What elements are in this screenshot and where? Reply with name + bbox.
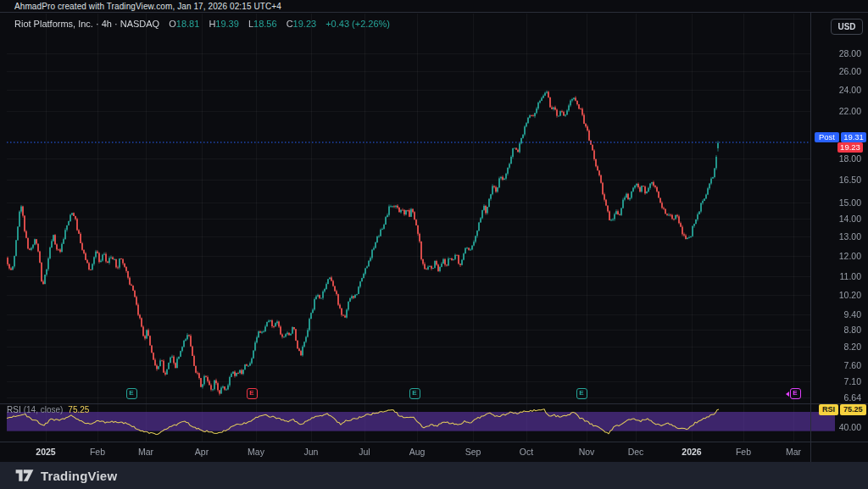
price-axis-label: 10.20 xyxy=(839,290,861,300)
price-axis-label: 7.10 xyxy=(844,376,861,386)
ohlc-close-label: C xyxy=(287,19,293,29)
ohlc-open-label: O xyxy=(169,19,176,29)
change-value: +0.43 (+2.26%) xyxy=(326,19,390,29)
rsi-axis-badge: RSI75.25 xyxy=(819,404,866,415)
price-axis-label: 16.50 xyxy=(839,175,861,185)
symbol-title[interactable]: Riot Platforms, Inc. · 4h · NASDAQ xyxy=(14,19,159,29)
price-axis-label: 24.00 xyxy=(839,85,861,95)
time-axis-label: Feb xyxy=(736,447,751,457)
rsi-params: (14, close) xyxy=(24,405,64,414)
rsi-axis-badge-value: 75.25 xyxy=(840,404,866,415)
ohlc-close-value: 19.23 xyxy=(293,19,317,29)
tradingview-logo-icon[interactable] xyxy=(15,468,34,483)
time-axis-label: Mar xyxy=(138,447,153,457)
post-market-value: 19.31 xyxy=(841,132,866,142)
price-axis-label: 13.00 xyxy=(839,231,861,242)
time-axis-separator xyxy=(0,442,868,442)
footer-bar: TradingView xyxy=(0,462,868,489)
symbol-legend: Riot Platforms, Inc. · 4h · NASDAQ O18.8… xyxy=(14,19,390,29)
price-axis-label: 7.60 xyxy=(844,360,861,370)
ohlc-low-value: 18.56 xyxy=(253,19,277,29)
price-axis-label: 28.00 xyxy=(839,48,861,58)
upcoming-earnings-marker[interactable]: E xyxy=(790,388,801,399)
time-axis-label: May xyxy=(248,447,264,457)
time-axis-label: Apr xyxy=(195,447,209,457)
rsi-current-value: 75.25 xyxy=(68,405,89,414)
time-axis-label: Feb xyxy=(90,447,105,457)
time-axis-label: Jun xyxy=(304,447,319,457)
price-axis-label: 18.00 xyxy=(839,153,861,164)
rsi-axis-badge-name: RSI xyxy=(819,404,838,415)
time-axis-label: Dec xyxy=(628,447,644,457)
currency-button[interactable]: USD xyxy=(831,19,863,35)
pane-separator[interactable] xyxy=(0,403,868,404)
price-axis-label: 12.00 xyxy=(839,251,861,261)
earnings-arrow-icon xyxy=(786,392,789,397)
price-axis-label: 14.00 xyxy=(839,214,861,224)
earnings-marker[interactable]: E xyxy=(409,388,420,399)
rsi-name: RSI xyxy=(7,405,21,414)
rsi-level-label: 40.00 xyxy=(839,422,861,432)
price-axis-label: 9.40 xyxy=(844,309,861,320)
time-axis-label: Sep xyxy=(465,447,481,457)
attribution-text: AhmadPro created with TradingView.com, J… xyxy=(14,2,281,11)
earnings-marker[interactable]: E xyxy=(126,388,137,399)
time-axis-label: Nov xyxy=(579,447,595,457)
ohlc-high-value: 19.39 xyxy=(215,19,239,29)
ohlc-open-value: 18.81 xyxy=(176,19,200,29)
time-axis-label: Jul xyxy=(359,447,370,457)
last-price-label: 19.23 xyxy=(837,142,863,153)
price-axis-label: 11.00 xyxy=(840,271,862,281)
candlestick-chart-canvas[interactable] xyxy=(0,0,868,489)
price-axis-label: 26.00 xyxy=(839,66,861,76)
earnings-marker[interactable]: E xyxy=(247,388,258,399)
price-axis-label: 8.80 xyxy=(844,325,861,335)
rsi-indicator-title[interactable]: RSI(14, close)75.25 xyxy=(7,405,89,414)
tradingview-snapshot: AhmadPro created with TradingView.com, J… xyxy=(0,0,868,489)
time-axis-label: 2025 xyxy=(36,447,55,457)
time-axis-label: 2026 xyxy=(682,447,701,457)
time-axis-label: Oct xyxy=(520,447,533,457)
attribution-bar: AhmadPro created with TradingView.com, J… xyxy=(0,0,868,13)
time-axis-label: Aug xyxy=(409,447,426,457)
price-axis-border xyxy=(810,13,811,462)
price-axis-label: 22.00 xyxy=(839,106,861,116)
price-axis-label: 15.00 xyxy=(839,197,861,208)
time-axis-label: Mar xyxy=(786,447,801,457)
tradingview-brand[interactable]: TradingView xyxy=(41,469,117,483)
earnings-marker[interactable]: E xyxy=(576,388,587,399)
post-market-badge: Post xyxy=(815,132,839,142)
price-axis-label: 8.20 xyxy=(844,342,861,352)
post-market-price-label: Post19.31 xyxy=(815,132,866,142)
price-axis-label: 6.64 xyxy=(844,392,861,403)
